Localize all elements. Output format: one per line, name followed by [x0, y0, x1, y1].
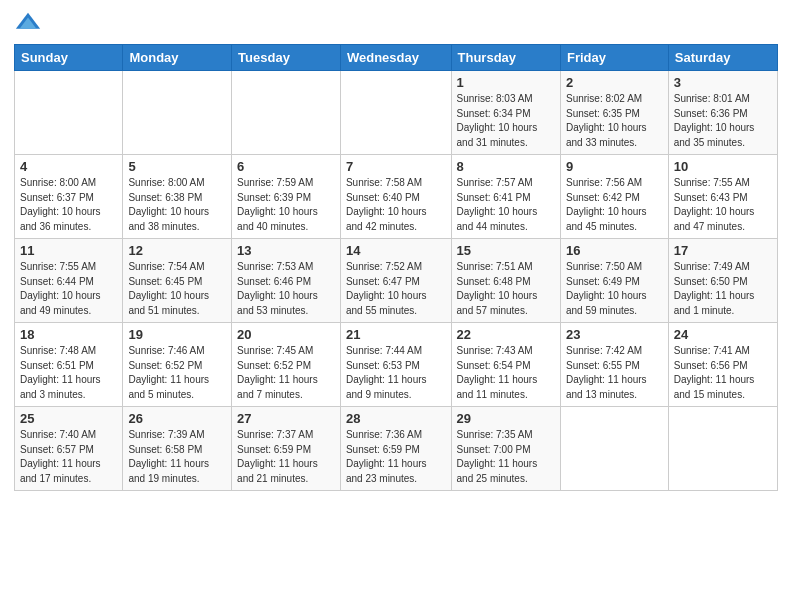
- day-detail: Sunrise: 7:55 AM Sunset: 6:43 PM Dayligh…: [674, 176, 772, 234]
- calendar-cell: 10Sunrise: 7:55 AM Sunset: 6:43 PM Dayli…: [668, 155, 777, 239]
- calendar-cell: 15Sunrise: 7:51 AM Sunset: 6:48 PM Dayli…: [451, 239, 560, 323]
- day-detail: Sunrise: 7:59 AM Sunset: 6:39 PM Dayligh…: [237, 176, 335, 234]
- calendar-cell: 24Sunrise: 7:41 AM Sunset: 6:56 PM Dayli…: [668, 323, 777, 407]
- day-number: 14: [346, 243, 446, 258]
- day-number: 8: [457, 159, 555, 174]
- day-number: 23: [566, 327, 663, 342]
- day-number: 19: [128, 327, 226, 342]
- day-number: 25: [20, 411, 117, 426]
- calendar-cell: 18Sunrise: 7:48 AM Sunset: 6:51 PM Dayli…: [15, 323, 123, 407]
- calendar-cell: 16Sunrise: 7:50 AM Sunset: 6:49 PM Dayli…: [560, 239, 668, 323]
- calendar-cell: 17Sunrise: 7:49 AM Sunset: 6:50 PM Dayli…: [668, 239, 777, 323]
- day-detail: Sunrise: 8:03 AM Sunset: 6:34 PM Dayligh…: [457, 92, 555, 150]
- day-number: 11: [20, 243, 117, 258]
- day-number: 20: [237, 327, 335, 342]
- calendar-cell: 26Sunrise: 7:39 AM Sunset: 6:58 PM Dayli…: [123, 407, 232, 491]
- page-header: [14, 10, 778, 38]
- day-number: 22: [457, 327, 555, 342]
- calendar-cell: 19Sunrise: 7:46 AM Sunset: 6:52 PM Dayli…: [123, 323, 232, 407]
- calendar-cell: [123, 71, 232, 155]
- header-cell-saturday: Saturday: [668, 45, 777, 71]
- day-detail: Sunrise: 7:49 AM Sunset: 6:50 PM Dayligh…: [674, 260, 772, 318]
- day-number: 16: [566, 243, 663, 258]
- day-number: 7: [346, 159, 446, 174]
- day-detail: Sunrise: 7:57 AM Sunset: 6:41 PM Dayligh…: [457, 176, 555, 234]
- day-detail: Sunrise: 7:43 AM Sunset: 6:54 PM Dayligh…: [457, 344, 555, 402]
- calendar-cell: 28Sunrise: 7:36 AM Sunset: 6:59 PM Dayli…: [340, 407, 451, 491]
- day-detail: Sunrise: 8:01 AM Sunset: 6:36 PM Dayligh…: [674, 92, 772, 150]
- day-number: 9: [566, 159, 663, 174]
- day-detail: Sunrise: 7:35 AM Sunset: 7:00 PM Dayligh…: [457, 428, 555, 486]
- calendar-table: SundayMondayTuesdayWednesdayThursdayFrid…: [14, 44, 778, 491]
- day-number: 17: [674, 243, 772, 258]
- calendar-week-4: 18Sunrise: 7:48 AM Sunset: 6:51 PM Dayli…: [15, 323, 778, 407]
- calendar-cell: 1Sunrise: 8:03 AM Sunset: 6:34 PM Daylig…: [451, 71, 560, 155]
- day-detail: Sunrise: 8:00 AM Sunset: 6:37 PM Dayligh…: [20, 176, 117, 234]
- calendar-cell: 23Sunrise: 7:42 AM Sunset: 6:55 PM Dayli…: [560, 323, 668, 407]
- day-number: 15: [457, 243, 555, 258]
- calendar-cell: 27Sunrise: 7:37 AM Sunset: 6:59 PM Dayli…: [232, 407, 341, 491]
- header-row: SundayMondayTuesdayWednesdayThursdayFrid…: [15, 45, 778, 71]
- logo: [14, 10, 46, 38]
- calendar-cell: [560, 407, 668, 491]
- header-cell-sunday: Sunday: [15, 45, 123, 71]
- day-detail: Sunrise: 7:53 AM Sunset: 6:46 PM Dayligh…: [237, 260, 335, 318]
- day-detail: Sunrise: 7:42 AM Sunset: 6:55 PM Dayligh…: [566, 344, 663, 402]
- day-detail: Sunrise: 7:40 AM Sunset: 6:57 PM Dayligh…: [20, 428, 117, 486]
- day-detail: Sunrise: 8:02 AM Sunset: 6:35 PM Dayligh…: [566, 92, 663, 150]
- calendar-cell: [232, 71, 341, 155]
- day-detail: Sunrise: 7:44 AM Sunset: 6:53 PM Dayligh…: [346, 344, 446, 402]
- calendar-cell: 25Sunrise: 7:40 AM Sunset: 6:57 PM Dayli…: [15, 407, 123, 491]
- calendar-week-3: 11Sunrise: 7:55 AM Sunset: 6:44 PM Dayli…: [15, 239, 778, 323]
- day-detail: Sunrise: 7:45 AM Sunset: 6:52 PM Dayligh…: [237, 344, 335, 402]
- calendar-cell: 7Sunrise: 7:58 AM Sunset: 6:40 PM Daylig…: [340, 155, 451, 239]
- day-detail: Sunrise: 7:48 AM Sunset: 6:51 PM Dayligh…: [20, 344, 117, 402]
- day-number: 21: [346, 327, 446, 342]
- header-cell-friday: Friday: [560, 45, 668, 71]
- day-number: 2: [566, 75, 663, 90]
- day-number: 4: [20, 159, 117, 174]
- calendar-cell: 13Sunrise: 7:53 AM Sunset: 6:46 PM Dayli…: [232, 239, 341, 323]
- day-detail: Sunrise: 7:52 AM Sunset: 6:47 PM Dayligh…: [346, 260, 446, 318]
- calendar-cell: 29Sunrise: 7:35 AM Sunset: 7:00 PM Dayli…: [451, 407, 560, 491]
- day-detail: Sunrise: 7:37 AM Sunset: 6:59 PM Dayligh…: [237, 428, 335, 486]
- calendar-cell: 8Sunrise: 7:57 AM Sunset: 6:41 PM Daylig…: [451, 155, 560, 239]
- calendar-cell: 4Sunrise: 8:00 AM Sunset: 6:37 PM Daylig…: [15, 155, 123, 239]
- day-detail: Sunrise: 7:58 AM Sunset: 6:40 PM Dayligh…: [346, 176, 446, 234]
- header-cell-wednesday: Wednesday: [340, 45, 451, 71]
- logo-icon: [14, 10, 42, 38]
- day-number: 29: [457, 411, 555, 426]
- calendar-cell: 11Sunrise: 7:55 AM Sunset: 6:44 PM Dayli…: [15, 239, 123, 323]
- day-detail: Sunrise: 7:54 AM Sunset: 6:45 PM Dayligh…: [128, 260, 226, 318]
- day-number: 13: [237, 243, 335, 258]
- day-detail: Sunrise: 7:46 AM Sunset: 6:52 PM Dayligh…: [128, 344, 226, 402]
- calendar-cell: 2Sunrise: 8:02 AM Sunset: 6:35 PM Daylig…: [560, 71, 668, 155]
- day-detail: Sunrise: 8:00 AM Sunset: 6:38 PM Dayligh…: [128, 176, 226, 234]
- calendar-cell: 21Sunrise: 7:44 AM Sunset: 6:53 PM Dayli…: [340, 323, 451, 407]
- calendar-cell: 12Sunrise: 7:54 AM Sunset: 6:45 PM Dayli…: [123, 239, 232, 323]
- header-cell-monday: Monday: [123, 45, 232, 71]
- day-detail: Sunrise: 7:39 AM Sunset: 6:58 PM Dayligh…: [128, 428, 226, 486]
- calendar-week-5: 25Sunrise: 7:40 AM Sunset: 6:57 PM Dayli…: [15, 407, 778, 491]
- day-number: 28: [346, 411, 446, 426]
- calendar-cell: [15, 71, 123, 155]
- day-number: 24: [674, 327, 772, 342]
- day-detail: Sunrise: 7:56 AM Sunset: 6:42 PM Dayligh…: [566, 176, 663, 234]
- page-container: SundayMondayTuesdayWednesdayThursdayFrid…: [0, 0, 792, 612]
- day-detail: Sunrise: 7:55 AM Sunset: 6:44 PM Dayligh…: [20, 260, 117, 318]
- day-number: 18: [20, 327, 117, 342]
- day-number: 10: [674, 159, 772, 174]
- header-cell-tuesday: Tuesday: [232, 45, 341, 71]
- day-number: 12: [128, 243, 226, 258]
- calendar-cell: [340, 71, 451, 155]
- header-cell-thursday: Thursday: [451, 45, 560, 71]
- calendar-week-1: 1Sunrise: 8:03 AM Sunset: 6:34 PM Daylig…: [15, 71, 778, 155]
- day-number: 3: [674, 75, 772, 90]
- day-detail: Sunrise: 7:51 AM Sunset: 6:48 PM Dayligh…: [457, 260, 555, 318]
- calendar-cell: 14Sunrise: 7:52 AM Sunset: 6:47 PM Dayli…: [340, 239, 451, 323]
- calendar-cell: [668, 407, 777, 491]
- day-detail: Sunrise: 7:41 AM Sunset: 6:56 PM Dayligh…: [674, 344, 772, 402]
- day-number: 6: [237, 159, 335, 174]
- calendar-cell: 6Sunrise: 7:59 AM Sunset: 6:39 PM Daylig…: [232, 155, 341, 239]
- calendar-cell: 9Sunrise: 7:56 AM Sunset: 6:42 PM Daylig…: [560, 155, 668, 239]
